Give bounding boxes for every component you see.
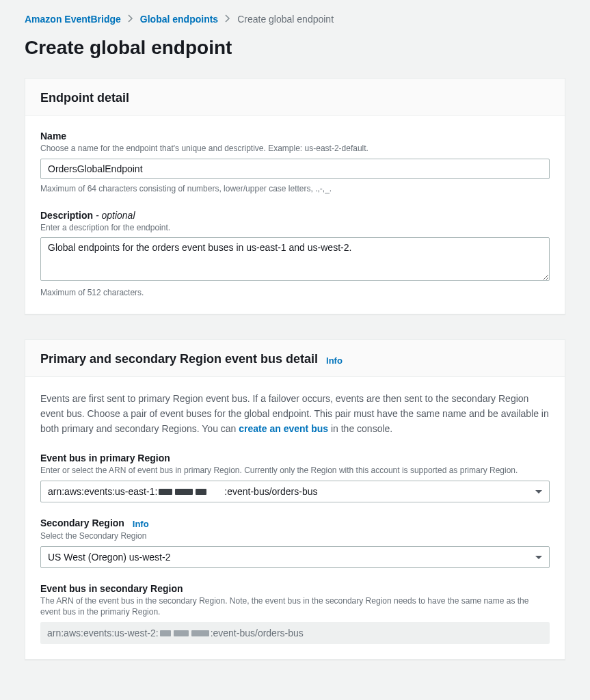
secondary-region-hint: Select the Secondary Region	[40, 530, 550, 542]
info-link-region-panel[interactable]: Info	[326, 355, 343, 366]
secondary-bus-hint: The ARN of the event bus in the secondar…	[40, 595, 550, 619]
secondary-bus-value-suffix: :event-bus/orders-bus	[211, 628, 304, 638]
secondary-bus-value-prefix: arn:aws:events:us-west-2:	[47, 628, 159, 638]
primary-bus-select[interactable]: arn:aws:events:us-east-1: :event-bus/ord…	[40, 481, 550, 502]
name-input[interactable]	[40, 159, 550, 179]
description-hint: Enter a description for the endpoint.	[40, 222, 550, 234]
description-constraint: Maximum of 512 characters.	[40, 287, 550, 299]
redacted-text	[174, 630, 189, 636]
name-hint: Choose a name for the endpoint that's un…	[40, 143, 550, 154]
name-label: Name	[40, 131, 550, 142]
chevron-right-icon	[225, 14, 230, 25]
primary-bus-value-prefix: arn:aws:events:us-east-1:	[48, 486, 157, 497]
region-intro-post: in the console.	[328, 423, 392, 434]
secondary-bus-display: arn:aws:events:us-west-2: :event-bus/ord…	[40, 622, 550, 644]
secondary-bus-label: Event bus in secondary Region	[40, 583, 550, 594]
redacted-text	[160, 630, 171, 636]
secondary-region-label: Secondary Region	[40, 517, 124, 528]
redacted-text	[196, 489, 206, 495]
field-description: Description - optional Enter a descripti…	[40, 210, 550, 299]
field-secondary-bus: Event bus in secondary Region The ARN of…	[40, 583, 550, 645]
page-title: Create global endpoint	[25, 37, 565, 59]
region-intro-text: Events are first sent to primary Region …	[40, 392, 550, 436]
create-event-bus-link[interactable]: create an event bus	[239, 423, 328, 434]
panel-region-detail: Primary and secondary Region event bus d…	[25, 339, 565, 660]
redacted-text	[175, 489, 193, 495]
panel-title-region-detail: Primary and secondary Region event bus d…	[40, 352, 318, 366]
primary-bus-hint: Enter or select the ARN of event bus in …	[40, 465, 550, 476]
info-link-secondary-region[interactable]: Info	[133, 519, 149, 529]
field-primary-bus: Event bus in primary Region Enter or sel…	[40, 453, 550, 502]
chevron-right-icon	[128, 14, 133, 25]
redacted-text	[191, 630, 209, 636]
breadcrumb: Amazon EventBridge Global endpoints Crea…	[25, 14, 565, 25]
panel-endpoint-detail: Endpoint detail Name Choose a name for t…	[25, 78, 565, 314]
field-secondary-region: Secondary Region Info Select the Seconda…	[40, 517, 550, 568]
breadcrumb-global-endpoints[interactable]: Global endpoints	[140, 14, 218, 25]
description-optional: - optional	[93, 210, 135, 221]
primary-bus-label: Event bus in primary Region	[40, 453, 550, 463]
description-textarea[interactable]	[40, 237, 550, 281]
panel-title-endpoint-detail: Endpoint detail	[40, 91, 129, 105]
description-label: Description	[40, 210, 93, 221]
primary-bus-value-suffix: :event-bus/orders-bus	[224, 486, 317, 497]
field-name: Name Choose a name for the endpoint that…	[40, 131, 550, 195]
breadcrumb-root[interactable]: Amazon EventBridge	[25, 14, 121, 25]
breadcrumb-current: Create global endpoint	[237, 14, 334, 25]
secondary-region-select[interactable]: US West (Oregon) us-west-2	[40, 546, 550, 568]
name-constraint: Maximum of 64 characters consisting of n…	[40, 183, 550, 195]
redacted-text	[159, 489, 172, 495]
